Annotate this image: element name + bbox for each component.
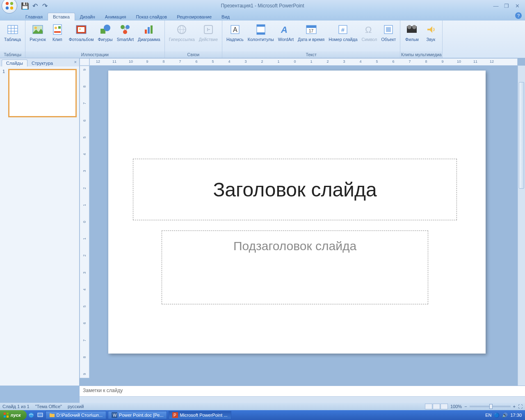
chart-icon	[142, 23, 155, 36]
ribbon-shapes-button[interactable]: Фигуры	[96, 22, 114, 43]
zoom-slider[interactable]	[470, 406, 511, 407]
headerfooter-icon	[254, 23, 267, 36]
ribbon-picture-button[interactable]: Рисунок	[28, 22, 48, 43]
picture-icon	[31, 23, 44, 36]
tab-slides[interactable]: Слайды	[2, 59, 27, 66]
svg-rect-33	[257, 32, 265, 34]
svg-rect-49	[7, 415, 9, 418]
undo-button[interactable]: ↶	[31, 2, 39, 9]
ribbon-button-label: WordArt	[278, 37, 294, 42]
zoom-fit-button[interactable]: ⛶	[518, 404, 523, 409]
svg-rect-46	[4, 413, 6, 415]
save-button[interactable]: 💾	[21, 2, 29, 9]
tab-design[interactable]: Дизайн	[75, 13, 100, 21]
tab-animation[interactable]: Анимация	[100, 13, 131, 21]
title-bar: 💾 ↶ ↷ Презентация1 - Microsoft PowerPoin…	[0, 0, 525, 11]
svg-point-50	[29, 413, 34, 418]
tray-volume-icon[interactable]: 🔊	[502, 413, 508, 418]
panel-close-icon[interactable]: ×	[74, 59, 77, 64]
ribbon-textbox-button[interactable]: AНадпись	[225, 22, 245, 43]
folder-icon	[49, 412, 55, 418]
slide-canvas[interactable]: Заголовок слайда Подзаголовок слайда	[108, 71, 486, 354]
slide-thumbnail[interactable]: 1	[2, 69, 77, 117]
ribbon-button-label: Гиперссылка	[169, 37, 195, 42]
start-button[interactable]: пуск	[0, 410, 27, 420]
view-slideshow-button[interactable]	[441, 404, 448, 409]
tab-home[interactable]: Главная	[21, 13, 48, 21]
zoom-in-button[interactable]: +	[513, 404, 516, 409]
ribbon-button-label: Символ	[361, 37, 377, 42]
close-button[interactable]: ✕	[514, 2, 521, 9]
status-language: русский	[68, 404, 84, 409]
taskbar-item[interactable]: P Microsoft PowerPoint ...	[169, 411, 231, 419]
zoom-value: 100%	[450, 404, 462, 409]
taskbar-item[interactable]: W Power Point.doc [Ре...	[108, 411, 167, 419]
help-icon[interactable]: ?	[515, 12, 522, 19]
ribbon-smartart-button[interactable]: SmartArt	[115, 22, 135, 43]
table-icon	[6, 23, 19, 36]
subtitle-placeholder[interactable]: Подзаголовок слайда	[162, 231, 428, 304]
window-title: Презентация1 - Microsoft PowerPoint	[0, 3, 525, 9]
ribbon-slidenum-button[interactable]: #Номер слайда	[327, 22, 359, 43]
tray-language[interactable]: EN	[485, 413, 491, 418]
svg-rect-32	[257, 25, 265, 27]
svg-text:#: #	[341, 27, 345, 33]
minimize-button[interactable]: —	[492, 2, 500, 9]
ribbon-tabs: Главная Вставка Дизайн Анимация Показ сл…	[0, 11, 525, 21]
tab-view[interactable]: Вид	[217, 13, 235, 21]
taskbar-item[interactable]: D:\Рабочий Стол\шп...	[46, 411, 107, 419]
vertical-ruler: 9876543210123456789	[80, 66, 89, 378]
vertical-scrollbar[interactable]	[518, 66, 525, 386]
maximize-button[interactable]: ❐	[503, 2, 510, 9]
ribbon-clip-button[interactable]: Клип	[48, 22, 66, 43]
tab-insert[interactable]: Вставка	[48, 13, 75, 21]
title-placeholder[interactable]: Заголовок слайда	[133, 159, 457, 220]
zoom-out-button[interactable]: −	[464, 404, 467, 409]
notes-pane[interactable]: Заметки к слайду	[80, 386, 525, 396]
ribbon-link-button: Гиперссылка	[167, 22, 196, 43]
clip-icon	[51, 23, 64, 36]
ribbon-table-button[interactable]: Таблица	[2, 22, 23, 43]
ribbon-button-label: Звук	[427, 37, 436, 42]
zoom-knob[interactable]	[489, 404, 493, 409]
ribbon-button-label: Фигуры	[98, 37, 112, 42]
system-tray: EN 🔵 🔊 17:30	[482, 413, 525, 418]
scrollbar-thumb[interactable]	[519, 82, 524, 189]
ribbon-button-label: Номер слайда	[329, 37, 357, 42]
wordart-icon: A	[279, 23, 292, 36]
tab-slideshow[interactable]: Показ слайдов	[131, 13, 172, 21]
quicklaunch-ie-icon[interactable]	[27, 411, 35, 419]
taskbar: пуск D:\Рабочий Стол\шп... W Power Point…	[0, 410, 525, 420]
ribbon-datetime-button[interactable]: 17Дата и время	[296, 22, 326, 43]
view-sorter-button[interactable]	[433, 404, 440, 409]
album-icon	[75, 23, 88, 36]
word-icon: W	[112, 412, 117, 418]
ribbon-wordart-button[interactable]: AWordArt	[276, 22, 295, 43]
svg-point-3	[10, 7, 13, 9]
ribbon-chart-button[interactable]: Диаграмма	[136, 22, 162, 43]
window-controls: — ❐ ✕	[492, 2, 525, 9]
svg-point-0	[6, 2, 9, 5]
quicklaunch-desktop-icon[interactable]	[36, 411, 44, 419]
ribbon-movie-button[interactable]: Фильм	[403, 22, 421, 43]
tray-network-icon[interactable]: 🔵	[494, 413, 500, 418]
redo-button[interactable]: ↷	[41, 2, 48, 9]
svg-rect-42	[386, 27, 391, 32]
ribbon-group-label: Таблицы	[0, 51, 25, 58]
svg-point-19	[121, 25, 125, 29]
ribbon-headerfooter-button[interactable]: Колонтитулы	[246, 22, 276, 43]
ribbon-album-button[interactable]: Фотоальбом	[67, 22, 96, 43]
ribbon-object-button[interactable]: Объект	[379, 22, 397, 43]
thumbnail-number: 1	[2, 69, 7, 117]
svg-point-10	[34, 27, 37, 29]
svg-text:Ω: Ω	[365, 25, 372, 35]
tray-clock[interactable]: 17:30	[510, 413, 522, 418]
svg-rect-48	[4, 415, 6, 418]
status-slide: Слайд 1 из 1	[2, 404, 30, 409]
powerpoint-icon: P	[172, 412, 178, 418]
tab-outline[interactable]: Структура	[27, 60, 57, 66]
ribbon-sound-button[interactable]: Звук	[422, 22, 440, 43]
svg-text:W: W	[113, 413, 117, 418]
tab-review[interactable]: Рецензирование	[172, 13, 217, 21]
view-normal-button[interactable]	[425, 404, 432, 409]
